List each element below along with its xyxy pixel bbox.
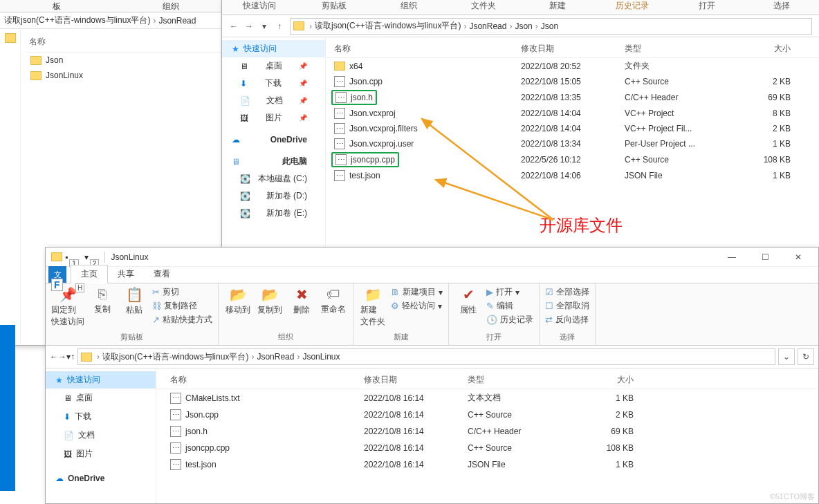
column-header-date[interactable]: 修改日期 (521, 43, 625, 55)
close-button[interactable]: ✕ (788, 252, 809, 262)
sidebar-item[interactable]: 🖥桌面📌 (222, 57, 325, 75)
history-button[interactable]: 🕓历史记录 (486, 314, 533, 326)
table-row[interactable]: ⋯Json.vcxproj.user2022/10/8 13:34Per-Use… (326, 136, 819, 151)
breadcrumb-seg[interactable]: 读取json(C++语言-windows与linux平台) (315, 20, 461, 32)
sidebar-thispc[interactable]: 🖥此电脑 (222, 153, 325, 170)
column-header-date[interactable]: 修改日期 (364, 374, 468, 386)
list-item[interactable]: Json (26, 53, 222, 68)
forward-button[interactable]: → (241, 19, 257, 34)
breadcrumb-seg[interactable]: Json (515, 21, 532, 31)
sidebar-drive[interactable]: 💽本地磁盘 (C:) (222, 170, 325, 187)
sidebar-drive[interactable]: 💽新加卷 (E:) (222, 205, 325, 222)
dropdown-button[interactable]: ⌄ (778, 348, 795, 365)
tab-share[interactable]: 共享 (108, 265, 144, 283)
invert-button[interactable]: ⇄反向选择 (545, 314, 589, 326)
table-row[interactable]: ⋯test.json2022/10/8 14:06JSON File1 KB (326, 168, 819, 183)
breadcrumb-seg[interactable]: JsonRead (469, 21, 506, 31)
newitem-button[interactable]: 🗎新建项目 ▾ (391, 286, 443, 298)
table-row[interactable]: ⋯jsoncpp.cpp2022/10/8 16:14C++ Source108… (156, 440, 818, 456)
table-row[interactable]: ⋯json.h2022/10/8 13:35C/C++ Header69 KB (326, 89, 819, 106)
sidebar-quick-access[interactable]: ★快速访问 (46, 371, 156, 389)
tab-view[interactable]: 查看 (144, 265, 180, 283)
sidebar-item[interactable]: 🖥桌面 (46, 389, 156, 407)
properties-button[interactable]: ✔属性 (454, 286, 482, 316)
sidebar-item[interactable]: ⬇下载 (46, 407, 156, 426)
paste-button[interactable]: 📋粘贴 (120, 286, 148, 316)
column-header-name[interactable]: 名称 (334, 43, 521, 55)
sidebar-quick-access[interactable]: ★快速访问 (222, 40, 325, 57)
edit-button[interactable]: ✎编辑 (486, 300, 533, 312)
column-header-size[interactable]: 大小 (564, 374, 634, 386)
table-row[interactable]: ⋯Json.vcxproj.filters2022/10/8 14:04VC++… (326, 121, 819, 136)
table-row[interactable]: ⋯json.h2022/10/8 16:14C/C++ Header69 KB (156, 423, 818, 440)
file-list[interactable]: 名称 修改日期 类型 大小 ⋯CMakeLists.txt2022/10/8 1… (156, 368, 818, 503)
column-header-size[interactable]: 大小 (728, 43, 791, 55)
copy-button[interactable]: ⎘复制 (89, 286, 116, 315)
column-header-name[interactable]: 名称 (170, 374, 364, 386)
back-button[interactable]: ← (226, 19, 241, 34)
table-row[interactable]: ⋯Json.cpp2022/10/8 15:05C++ Source2 KB (326, 74, 819, 89)
newfolder-button[interactable]: 📁新建 文件夹 (359, 286, 387, 328)
titlebar[interactable]: ▪1 ▾2 JsonLinux — ☐ ✕ (46, 248, 818, 267)
table-row[interactable]: ⋯Json.vcxproj2022/10/8 14:04VC++ Project… (326, 106, 819, 121)
sidebar[interactable]: ★快速访问 🖥桌面⬇下载📄文档🖼图片 ☁OneDrive (46, 368, 156, 503)
sidebar-item[interactable]: 📄文档 (46, 426, 156, 445)
refresh-button[interactable]: ↻ (798, 348, 814, 365)
tab-home[interactable]: 主页H (71, 265, 108, 283)
sidebar-item[interactable]: 🖼图片 (46, 445, 156, 463)
delete-button[interactable]: ✖删除 (288, 286, 315, 316)
table-row[interactable]: ⋯test.json2022/10/8 16:14JSON File1 KB (156, 456, 818, 473)
easyaccess-button[interactable]: ⚙轻松访问 ▾ (391, 300, 443, 312)
sidebar-onedrive[interactable]: ☁OneDrive (46, 470, 156, 487)
sidebar-item[interactable]: 🖼图片📌 (222, 109, 325, 127)
forward-button[interactable]: → (58, 352, 66, 362)
qat-button[interactable]: ▾ (84, 252, 89, 262)
breadcrumb-seg[interactable]: JsonRead (257, 352, 294, 362)
pin-quick-button[interactable]: 📌固定到 快速访问 (51, 286, 84, 328)
recent-button[interactable]: ▾ (257, 19, 272, 34)
breadcrumb[interactable]: › 读取json(C++语言-windows与linux平台)› JsonRea… (77, 348, 775, 365)
list-item[interactable]: JsonLinux (26, 68, 222, 83)
up-button[interactable]: ↑ (272, 19, 287, 34)
paste-shortcut-button[interactable]: ↗粘贴快捷方式 (152, 314, 212, 326)
column-header-type[interactable]: 类型 (468, 374, 564, 386)
back-button[interactable]: ← (50, 352, 58, 362)
tree-nav[interactable] (0, 29, 21, 345)
table-row[interactable]: ⋯jsoncpp.cpp2022/5/26 10:12C++ Source108… (326, 151, 819, 168)
sidebar-item[interactable]: ⬇下载📌 (222, 75, 325, 92)
table-row[interactable]: ⋯CMakeLists.txt2022/10/8 16:14文本文档1 KB (156, 389, 818, 407)
selectnone-button[interactable]: ☐全部取消 (545, 300, 589, 312)
maximize-button[interactable]: ☐ (755, 252, 775, 262)
column-header-name[interactable]: 名称 (26, 32, 222, 53)
annotation-label: 开源库文件 (540, 214, 623, 236)
table-row[interactable]: x642022/10/8 20:52文件夹 (326, 58, 819, 74)
column-headers[interactable]: 名称 修改日期 类型 大小 (156, 371, 818, 389)
breadcrumb-seg[interactable]: 读取json(C++语言-windows与linux平台) (102, 351, 248, 363)
copyto-button[interactable]: 📂复制到 (256, 286, 284, 316)
rename-button[interactable]: 🏷重命名 (320, 286, 347, 315)
breadcrumb[interactable]: 读取json(C++语言-windows与linux平台) › JsonRead (0, 12, 228, 29)
breadcrumb-seg[interactable]: JsonRead (158, 16, 196, 26)
breadcrumb-seg[interactable]: 读取json(C++语言-windows与linux平台) (4, 15, 150, 26)
file-tab[interactable]: 文F (48, 266, 66, 283)
qat-button[interactable]: ▪ (65, 252, 68, 262)
column-headers[interactable]: 名称 修改日期 类型 大小 (326, 40, 819, 58)
cut-button[interactable]: ✂剪切 (152, 286, 212, 298)
sidebar-drive[interactable]: 💽新加卷 (D:) (222, 187, 325, 205)
column-header-type[interactable]: 类型 (625, 43, 728, 55)
open-button[interactable]: ▶打开 ▾ (486, 286, 533, 298)
up-button[interactable]: ↑ (71, 352, 75, 362)
folder-icon[interactable] (5, 33, 16, 43)
breadcrumb-seg[interactable]: JsonLinux (302, 352, 340, 362)
minimize-button[interactable]: — (721, 252, 742, 262)
table-row[interactable]: ⋯Json.cpp2022/10/8 16:14C++ Source2 KB (156, 407, 818, 423)
sidebar-item[interactable]: 📄文档📌 (222, 92, 325, 109)
breadcrumb[interactable]: › 读取json(C++语言-windows与linux平台)› JsonRea… (290, 18, 812, 35)
moveto-button[interactable]: 📂移动到 (224, 286, 252, 316)
selectall-button[interactable]: ☑全部选择 (545, 286, 589, 298)
sidebar[interactable]: ★快速访问 🖥桌面📌⬇下载📌📄文档📌🖼图片📌 ☁OneDrive 🖥此电脑 💽本… (222, 37, 326, 248)
copypath-button[interactable]: ⛓复制路径 (152, 300, 212, 312)
sidebar-onedrive[interactable]: ☁OneDrive (222, 132, 325, 147)
breadcrumb-seg[interactable]: Json (541, 21, 558, 31)
paste-icon: 📋 (126, 286, 143, 303)
